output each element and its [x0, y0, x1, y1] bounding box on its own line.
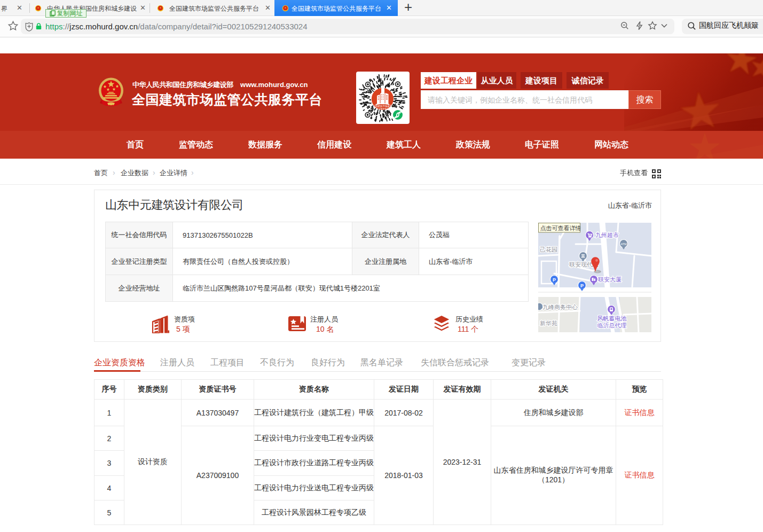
svg-text:临沂总代理: 临沂总代理	[597, 322, 627, 328]
svg-text:风帆蓄电池: 风帆蓄电池	[597, 315, 627, 322]
svg-text:P: P	[553, 277, 556, 283]
svg-text:P: P	[580, 283, 584, 288]
svg-text:公共服务平台: 公共服务平台	[377, 107, 389, 110]
svg-text:九峰商务中心: 九峰商务中心	[542, 304, 578, 310]
svg-text:ATM: ATM	[620, 242, 627, 246]
svg-text:点击可查看详情: 点击可查看详情	[540, 225, 581, 231]
svg-text:九州超市: 九州超市	[595, 232, 619, 238]
svg-text:新华苑: 新华苑	[540, 320, 557, 326]
svg-text:己花园: 己花园	[540, 246, 557, 253]
svg-text:联安大厦: 联安大厦	[598, 276, 622, 283]
